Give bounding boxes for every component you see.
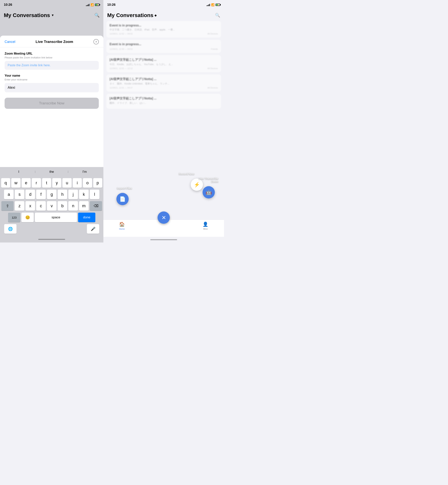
left-status-icons: 📶 ⚡ xyxy=(86,3,100,6)
conv-item-3[interactable]: [AI音声文字起こしアプリNotta] ... 今日、Kindle、お試しちゃん… xyxy=(106,55,221,72)
suggestion-the[interactable]: the xyxy=(35,170,68,174)
key-globe[interactable]: 🌐 xyxy=(4,224,16,234)
key-y[interactable]: y xyxy=(52,178,61,188)
right-search-icon[interactable]: 🔍 xyxy=(215,13,220,18)
key-o[interactable]: o xyxy=(83,178,92,188)
suggestion-i[interactable]: I xyxy=(2,170,35,174)
key-s[interactable]: s xyxy=(15,190,24,199)
key-u[interactable]: u xyxy=(62,178,72,188)
left-time: 10:26 xyxy=(4,3,12,7)
key-e[interactable]: e xyxy=(22,178,31,188)
conv-badge-1: All Devices xyxy=(208,32,218,35)
keyboard-suggestions: I the I'm xyxy=(0,167,103,177)
keyboard-row-2: a s d f g h j k l xyxy=(1,190,102,199)
nav-home[interactable]: 🏠 Home xyxy=(119,222,125,230)
key-z[interactable]: z xyxy=(15,201,24,211)
right-wifi-icon: 📶 xyxy=(211,3,215,6)
conv-item-1[interactable]: Event is in progress... 中文字幕、二つ書き、日本語、iP… xyxy=(106,21,221,38)
conv-meta-4: 12/28/21, 12:01 — 04:37 All Devices xyxy=(110,87,218,89)
key-x[interactable]: x xyxy=(25,201,35,211)
key-mic[interactable]: 🎤 xyxy=(87,224,99,234)
conv-item-2[interactable]: Event is in progress... 12/28/21, 12:30 … xyxy=(106,40,221,53)
wifi-icon: 📶 xyxy=(91,3,94,6)
right-panel: 10:26 📶 ⚡ My Conversations ◆ 🔍 Event is … xyxy=(103,0,224,242)
home-label: Home xyxy=(119,228,125,230)
key-b[interactable]: b xyxy=(58,201,67,211)
transcribe-now-button[interactable]: Transcribe Now xyxy=(5,98,99,109)
conv-item-5[interactable]: [AI音声文字起こしアプリNotta] ... 圏外、ドライブ、美しい、はい..… xyxy=(106,94,221,109)
live-transcribe-section: Live Transcribe Zoom xyxy=(195,177,218,183)
conv-title-4: [AI音声文字起こしアプリNotta] ... xyxy=(110,77,218,81)
signal-icon xyxy=(86,3,89,6)
key-t[interactable]: t xyxy=(42,178,51,188)
key-a[interactable]: a xyxy=(4,190,14,199)
conv-item-4[interactable]: [AI音声文字起こしアプリNotta] ... タイ、圏外、Kindle Unl… xyxy=(106,74,221,92)
key-done[interactable]: done xyxy=(78,213,95,222)
right-dropdown-icon[interactable]: ◆ xyxy=(154,14,157,17)
conv-title-5: [AI音声文字起こしアプリNotta] ... xyxy=(110,97,218,101)
name-label: Your name xyxy=(5,74,99,77)
right-status-icons: 📶 ⚡ xyxy=(207,3,220,6)
conv-meta-2: 12/28/21, 12:30 — 04:52 Friends xyxy=(110,48,218,50)
key-f[interactable]: f xyxy=(36,190,46,199)
mine-icon: 👤 xyxy=(203,222,208,227)
mine-label: Mine xyxy=(203,228,208,230)
zoom-url-input[interactable] xyxy=(5,61,99,70)
key-h[interactable]: h xyxy=(58,190,67,199)
conv-preview-4: タイ、圏外、Kindle Unlimited、電車ちゃん、ランチ... xyxy=(110,82,218,85)
key-m[interactable]: m xyxy=(79,201,89,211)
key-l[interactable]: l xyxy=(90,190,99,199)
left-search-icon[interactable]: 🔍 xyxy=(94,13,100,18)
key-q[interactable]: q xyxy=(1,178,10,188)
key-c[interactable]: c xyxy=(36,201,46,211)
key-w[interactable]: w xyxy=(11,178,20,188)
key-v[interactable]: v xyxy=(47,201,56,211)
key-i[interactable]: i xyxy=(73,178,82,188)
url-sublabel: Please paste the Zoom invitation link be… xyxy=(5,56,99,59)
fab-close-button[interactable]: ✕ xyxy=(158,211,170,224)
nav-mine[interactable]: 👤 Mine xyxy=(203,222,208,230)
right-home-bar xyxy=(150,239,177,240)
name-input[interactable] xyxy=(5,83,99,92)
key-delete[interactable]: ⌫ xyxy=(90,201,102,211)
key-r[interactable]: r xyxy=(32,178,41,188)
key-p[interactable]: p xyxy=(93,178,102,188)
keyboard-row-5: 🌐 🎤 xyxy=(1,224,102,234)
help-button[interactable]: ? xyxy=(93,39,99,44)
conv-badge-2: Friends xyxy=(211,48,218,50)
conv-date-2: 12/28/21, 12:30 — 04:52 xyxy=(110,48,133,50)
key-space[interactable]: space xyxy=(35,213,77,222)
import-files-icon[interactable]: 📄 xyxy=(116,193,129,205)
right-header: My Conversations ◆ 🔍 xyxy=(103,9,224,21)
cancel-button[interactable]: Cancel xyxy=(5,40,15,44)
import-icon: 📄 xyxy=(120,196,126,202)
key-k[interactable]: k xyxy=(79,190,89,199)
conv-date-3: 12/28/21, 12:01 — 12:12 xyxy=(110,67,133,70)
key-g[interactable]: g xyxy=(47,190,56,199)
left-title-text: My Conversations xyxy=(4,12,50,18)
conv-date-1: 12/28/21, 12:52 — 04:02 xyxy=(110,32,133,35)
live-transcribe-icon[interactable]: 🤖 xyxy=(203,186,215,198)
key-j[interactable]: j xyxy=(68,190,78,199)
key-shift[interactable]: ⇧ xyxy=(1,201,14,211)
home-indicator-bar xyxy=(38,239,65,240)
left-dropdown-icon[interactable]: ▼ xyxy=(51,14,54,17)
import-files-section: Import Files xyxy=(117,187,132,190)
conv-preview-3: 今日、Kindle、お試しちゃん、YouTube、もう少し、え... xyxy=(110,63,218,66)
modal-header: Cancel Live Transcribe Zoom ? xyxy=(0,36,103,47)
conv-title-1: Event is in progress... xyxy=(110,24,218,27)
import-files-label: Import Files xyxy=(117,187,132,190)
key-emoji[interactable]: 😊 xyxy=(21,213,34,222)
key-123[interactable]: 123 xyxy=(8,213,20,222)
suggestion-im[interactable]: I'm xyxy=(68,170,101,174)
left-header-title: My Conversations ▼ xyxy=(4,12,54,18)
robot-icon: 🤖 xyxy=(206,189,212,195)
right-status-bar: 10:26 📶 ⚡ xyxy=(103,0,224,9)
key-d[interactable]: d xyxy=(25,190,35,199)
key-n[interactable]: n xyxy=(68,201,78,211)
modal-body: Zoom Meeting URL Please paste the Zoom i… xyxy=(0,47,103,167)
keyboard-row-1: q w e r t y u i o p xyxy=(1,178,102,188)
battery-icon: ⚡ xyxy=(95,4,100,6)
url-label: Zoom Meeting URL xyxy=(5,52,99,55)
modal-title: Live Transcribe Zoom xyxy=(36,40,73,44)
